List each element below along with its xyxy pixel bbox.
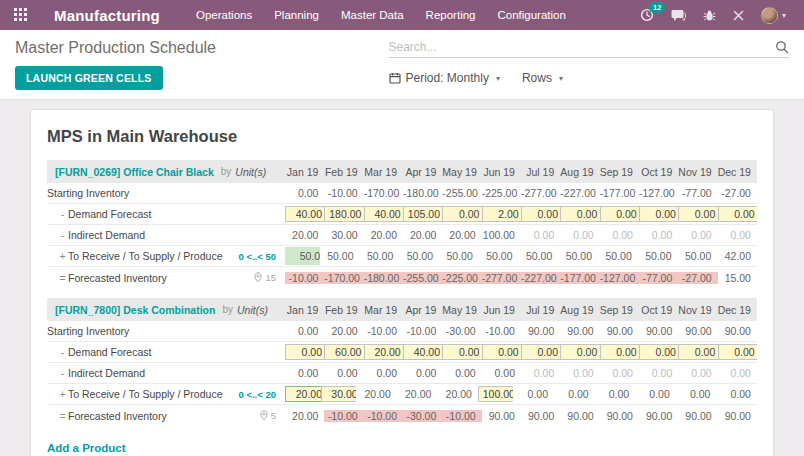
menu-configuration[interactable]: Configuration [487, 1, 575, 29]
forecast-input[interactable]: 0.00 [482, 344, 521, 360]
user-menu[interactable]: ▾ [761, 7, 786, 24]
forecast-input[interactable]: 20.00 [285, 386, 321, 402]
row-label: To Receive / To Supply / Produce [68, 388, 222, 400]
month-header: Feb 19 [324, 304, 363, 316]
by-label: by [222, 304, 233, 315]
row-starting-inventory: Starting Inventory0.00-10.00-170.00-180.… [47, 183, 757, 204]
cell-receive: 50.00 [285, 247, 320, 265]
row-label-cell: +To Receive / To Supply / Produce0 <..< … [47, 388, 285, 400]
cell-forecast: 20.00 [285, 410, 324, 422]
forecast-input[interactable]: 0.00 [442, 344, 481, 360]
cell-forecast: -225.00 [442, 272, 481, 284]
apps-menu-icon[interactable] [14, 8, 28, 22]
product-link[interactable]: [FURN_7800] Desk Combination [55, 304, 215, 316]
messages-icon[interactable] [671, 9, 686, 22]
replenish-range: 0 <..< 20 [238, 389, 285, 400]
forecast-input[interactable]: 60.00 [324, 344, 363, 360]
forecast-input[interactable]: 0.00 [678, 206, 717, 222]
map-pin-icon [260, 410, 268, 421]
forecast-input[interactable]: 0.00 [678, 344, 717, 360]
cell-demand: 0.00 [442, 206, 481, 222]
cell-starting: -180.00 [403, 187, 442, 199]
cell-starting: -30.00 [442, 325, 481, 337]
row-prefix: + [57, 388, 68, 400]
row-label-cell: -Indirect Demand [47, 367, 285, 379]
forecast-input[interactable]: 180.00 [324, 206, 363, 222]
launch-green-cells-button[interactable]: LAUNCH GREEN CELLS [15, 66, 163, 90]
search-bar [389, 40, 789, 58]
bug-icon[interactable] [703, 9, 716, 22]
product-table-office-chair: [FURN_0269] Office Chair BlackbyUnit(s)J… [47, 160, 757, 288]
forecast-input[interactable]: 0.00 [560, 206, 599, 222]
forecast-input[interactable]: 100.00 [478, 386, 514, 402]
menu-operations[interactable]: Operations [186, 1, 262, 29]
row-label: To Receive / To Supply / Produce [68, 250, 222, 262]
cell-indirect: 0.00 [521, 229, 560, 241]
forecast-input[interactable]: 0.00 [442, 206, 481, 222]
cell-indirect: 100.00 [482, 229, 521, 241]
forecast-input[interactable]: 40.00 [364, 206, 403, 222]
cell-indirect: 0.00 [600, 367, 639, 379]
cell-receive: 0.00 [595, 388, 636, 400]
forecast-input[interactable]: 40.00 [285, 206, 324, 222]
row-prefix: = [57, 410, 68, 422]
forecast-input[interactable]: 0.00 [718, 206, 757, 222]
month-header: Mar 19 [364, 166, 403, 178]
cell-indirect: 20.00 [285, 229, 324, 241]
cell-indirect: 30.00 [324, 229, 363, 241]
forecast-input[interactable]: 0.00 [639, 206, 678, 222]
rows-filter[interactable]: Rows ▾ [522, 71, 563, 85]
cell-indirect: 0.00 [600, 229, 639, 241]
uom-label: Unit(s) [235, 166, 266, 178]
cell-demand: 0.00 [521, 206, 560, 222]
forecast-input[interactable]: 105.00 [403, 206, 442, 222]
uom-label: Unit(s) [237, 304, 268, 316]
page-content: MPS in Main Warehouse [FURN_0269] Office… [0, 100, 804, 456]
month-header: Dec 19 [718, 166, 757, 178]
cell-forecast: -10.00 [324, 410, 363, 422]
month-header: Oct 19 [639, 304, 678, 316]
menu-master-data[interactable]: Master Data [331, 1, 414, 29]
cell-forecast: 90.00 [600, 410, 639, 422]
cell-demand: 2.00 [482, 206, 521, 222]
cell-receive: 0.00 [554, 388, 595, 400]
forecast-input[interactable]: 0.00 [521, 206, 560, 222]
month-header: Mar 19 [364, 304, 403, 316]
cell-forecast: 90.00 [639, 410, 678, 422]
activities-clock-icon[interactable]: 12 [640, 8, 654, 22]
menu-planning[interactable]: Planning [264, 1, 329, 29]
forecast-input[interactable]: 0.00 [639, 344, 678, 360]
forecast-input[interactable]: 2.00 [482, 206, 521, 222]
cell-indirect: 0.00 [718, 367, 757, 379]
user-avatar [761, 7, 778, 24]
period-filter[interactable]: Period: Monthly ▾ [389, 71, 500, 85]
forecast-input[interactable]: 0.00 [285, 344, 324, 360]
search-icon[interactable] [775, 40, 789, 54]
month-header: Oct 19 [639, 166, 678, 178]
month-header: Sep 19 [600, 166, 639, 178]
forecast-input[interactable]: 20.00 [364, 344, 403, 360]
forecast-input[interactable]: 0.00 [600, 206, 639, 222]
cell-starting: -10.00 [324, 187, 363, 199]
row-label-cell: =Forecasted Inventory5 [47, 410, 285, 422]
cell-indirect: 0.00 [442, 367, 481, 379]
cell-starting: 90.00 [718, 325, 757, 337]
cell-forecast: -27.00 [678, 272, 717, 284]
forecast-input[interactable]: 0.00 [521, 344, 560, 360]
target-value: 15 [265, 272, 276, 283]
row-label-cell: +To Receive / To Supply / Produce0 <..< … [47, 250, 285, 262]
row-label: Forecasted Inventory [68, 410, 167, 422]
close-x-icon[interactable] [733, 10, 744, 21]
menu-reporting[interactable]: Reporting [416, 1, 486, 29]
forecast-input[interactable]: 30.00 [321, 386, 357, 402]
cell-receive: 0.00 [513, 388, 554, 400]
cell-forecast: -77.00 [639, 272, 678, 284]
forecast-input[interactable]: 0.00 [600, 344, 639, 360]
forecast-input[interactable]: 40.00 [403, 344, 442, 360]
search-input[interactable] [389, 40, 775, 54]
add-product-link[interactable]: Add a Product [47, 442, 126, 454]
forecast-input[interactable]: 0.00 [560, 344, 599, 360]
product-link[interactable]: [FURN_0269] Office Chair Black [55, 166, 214, 178]
forecast-input[interactable]: 0.00 [718, 344, 757, 360]
row-indirect-demand: -Indirect Demand20.0030.0020.0020.0020.0… [47, 225, 757, 246]
